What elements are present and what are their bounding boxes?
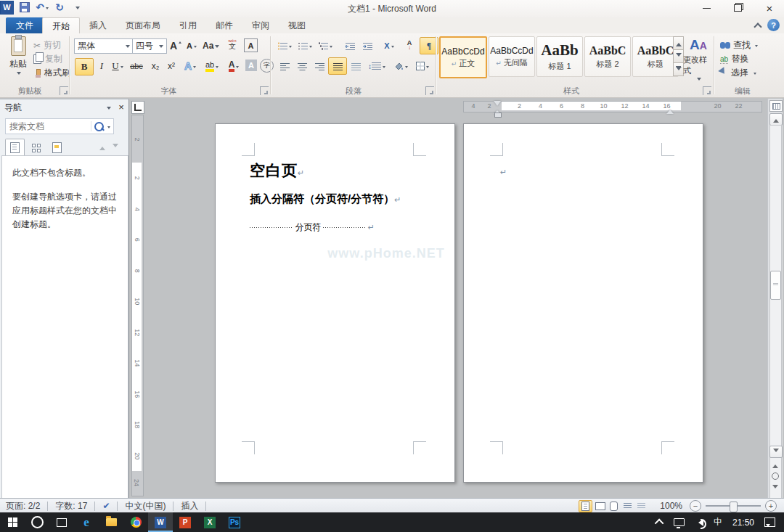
scroll-up-button[interactable] bbox=[769, 113, 783, 126]
close-button[interactable]: × bbox=[757, 0, 782, 16]
zoom-in-button[interactable]: + bbox=[765, 500, 777, 512]
insert-mode-indicator[interactable]: 插入 bbox=[179, 500, 200, 512]
grow-font-button[interactable]: A bbox=[167, 38, 184, 54]
ime-indicator[interactable]: 中 bbox=[714, 516, 722, 528]
distribute-button[interactable] bbox=[347, 58, 364, 74]
previous-page-button[interactable] bbox=[769, 459, 781, 470]
scrollbar-thumb[interactable] bbox=[770, 271, 781, 300]
bold-button[interactable]: B bbox=[75, 58, 94, 75]
search-button[interactable] bbox=[91, 122, 106, 131]
format-painter-button[interactable]: 格式刷 bbox=[33, 67, 70, 79]
cut-button[interactable]: ✂ 剪切 bbox=[33, 39, 61, 52]
scroll-down-button[interactable] bbox=[769, 446, 783, 458]
taskbar-file-explorer[interactable] bbox=[99, 512, 123, 532]
justify-button[interactable] bbox=[328, 57, 347, 75]
zoom-out-button[interactable]: − bbox=[690, 500, 701, 512]
font-dialog-launcher[interactable] bbox=[260, 86, 269, 95]
find-button[interactable]: 查找 bbox=[720, 39, 758, 52]
font-color-button[interactable]: A bbox=[225, 58, 242, 74]
horizontal-ruler[interactable]: 42 246810121416 2022 bbox=[463, 101, 762, 112]
next-page-button[interactable] bbox=[769, 482, 781, 494]
word-count[interactable]: 字数: 17 bbox=[54, 500, 89, 512]
speaker-icon[interactable] bbox=[695, 519, 703, 526]
taskbar-photoshop[interactable]: Ps bbox=[222, 512, 247, 532]
ribbon-tab[interactable]: 邮件 bbox=[206, 17, 242, 33]
taskbar-edge[interactable]: e bbox=[74, 512, 99, 532]
style-card[interactable]: AaBbC 标题 bbox=[632, 36, 679, 77]
ribbon-tab[interactable]: 引用 bbox=[170, 17, 206, 33]
document-page-1[interactable]: 空白页↵ 插入分隔符（分页符/分节符）↵ 分页符 ↵ www.pHome.NET bbox=[215, 123, 455, 483]
ruler-toggle-button[interactable] bbox=[769, 100, 783, 112]
clock[interactable]: 21:50 bbox=[732, 517, 754, 528]
ribbon-tab[interactable]: 审阅 bbox=[242, 17, 279, 33]
start-button[interactable] bbox=[0, 512, 25, 532]
restore-button[interactable] bbox=[725, 0, 750, 16]
styles-scroll-up[interactable] bbox=[673, 36, 684, 50]
borders-button[interactable] bbox=[414, 58, 431, 74]
cortana-button[interactable] bbox=[25, 512, 49, 532]
paragraph-dialog-launcher[interactable] bbox=[425, 86, 434, 95]
bullets-button[interactable] bbox=[276, 38, 293, 54]
task-view-button[interactable] bbox=[49, 512, 74, 532]
taskbar-excel[interactable]: X bbox=[197, 512, 222, 532]
copy-button[interactable]: 复制 bbox=[33, 53, 62, 65]
navigation-pane-close-button[interactable]: × bbox=[116, 102, 126, 112]
style-card[interactable]: AaBbC 标题 2 bbox=[584, 36, 631, 77]
superscript-button[interactable]: x² bbox=[163, 58, 180, 74]
help-button[interactable]: ? bbox=[767, 19, 780, 31]
font-size-combo[interactable]: 四号 bbox=[132, 38, 167, 54]
clipboard-dialog-launcher[interactable] bbox=[60, 86, 68, 95]
customize-qat-button[interactable] bbox=[70, 1, 83, 14]
multilevel-list-button[interactable] bbox=[317, 38, 334, 54]
decrease-indent-button[interactable] bbox=[341, 38, 359, 54]
align-center-button[interactable] bbox=[293, 58, 311, 74]
styles-dialog-launcher[interactable] bbox=[703, 86, 711, 95]
underline-button[interactable]: U bbox=[109, 58, 126, 74]
nav-tab-pages[interactable] bbox=[26, 139, 46, 157]
ribbon-tab[interactable]: 视图 bbox=[279, 17, 315, 33]
style-card[interactable]: AaBbCcDd ↵ 无间隔 bbox=[489, 36, 535, 77]
document-search-box[interactable] bbox=[5, 118, 114, 134]
undo-button[interactable]: ↶ bbox=[36, 1, 49, 14]
vertical-ruler[interactable]: 2 2468101214161820 24 bbox=[131, 115, 144, 496]
strikethrough-button[interactable]: abc bbox=[128, 58, 145, 74]
zoom-slider-thumb[interactable] bbox=[730, 502, 738, 512]
web-layout-view-button[interactable] bbox=[608, 501, 620, 512]
tab-stop-selector[interactable] bbox=[131, 101, 144, 114]
enclose-characters-button[interactable]: 字 bbox=[260, 59, 274, 73]
character-border-button[interactable]: A bbox=[244, 38, 258, 52]
print-layout-view-button[interactable] bbox=[579, 500, 592, 512]
zoom-level[interactable]: 100% bbox=[658, 501, 684, 511]
draft-view-button[interactable] bbox=[635, 501, 648, 512]
network-icon[interactable] bbox=[674, 518, 685, 526]
action-center-icon[interactable] bbox=[764, 517, 775, 527]
asian-layout-button[interactable]: X bbox=[380, 38, 398, 54]
collapse-ribbon-button[interactable] bbox=[752, 20, 764, 30]
right-indent-marker[interactable] bbox=[666, 106, 674, 114]
ribbon-tab[interactable]: 页面布局 bbox=[116, 17, 170, 33]
replace-button[interactable]: ab 替换 bbox=[720, 53, 748, 65]
subscript-button[interactable]: x₂ bbox=[147, 58, 164, 74]
change-case-button[interactable]: Aa bbox=[202, 38, 220, 54]
next-heading-button[interactable] bbox=[110, 142, 121, 152]
line-spacing-button[interactable]: ↕ bbox=[367, 58, 386, 74]
ribbon-tab[interactable]: 插入 bbox=[80, 17, 116, 33]
ribbon-tab[interactable]: 开始 bbox=[42, 17, 80, 34]
select-button[interactable]: 选择 bbox=[720, 67, 756, 79]
minimize-button[interactable] bbox=[694, 0, 719, 16]
numbering-button[interactable] bbox=[296, 38, 314, 54]
spellcheck-icon[interactable]: ✔ bbox=[101, 501, 111, 511]
previous-heading-button[interactable] bbox=[97, 142, 107, 152]
navigation-pane-menu-button[interactable] bbox=[103, 102, 113, 112]
tray-expand-icon[interactable] bbox=[655, 519, 664, 528]
font-name-combo[interactable]: 黑体 bbox=[74, 38, 134, 54]
select-browse-object-button[interactable] bbox=[769, 470, 781, 482]
sort-button[interactable]: A ↓ bbox=[401, 38, 418, 54]
style-card[interactable]: AaBb 标题 1 bbox=[536, 36, 583, 77]
styles-gallery-more[interactable] bbox=[673, 62, 684, 76]
align-left-button[interactable] bbox=[276, 58, 293, 74]
fullscreen-reading-view-button[interactable] bbox=[594, 501, 606, 512]
search-options-icon[interactable] bbox=[107, 126, 110, 130]
left-indent-marker[interactable] bbox=[494, 112, 502, 118]
shrink-font-button[interactable]: A bbox=[183, 38, 200, 54]
